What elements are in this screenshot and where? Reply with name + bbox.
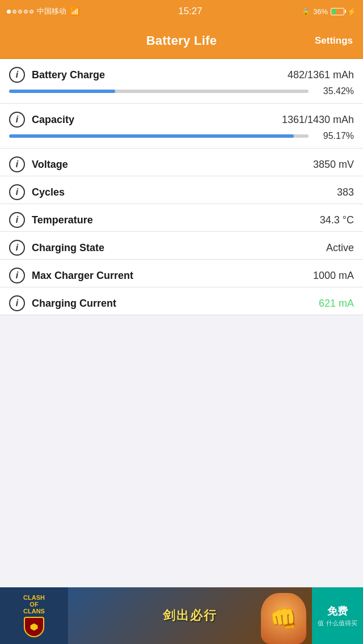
progress-track-capacity <box>9 134 309 138</box>
status-right: 🔒 36% ⚡ <box>301 7 356 16</box>
ad-logo: CLASHOFCLANS <box>0 587 68 644</box>
progress-pct-label-capacity: 95.17% <box>314 131 354 141</box>
page-title: Battery Life <box>146 33 217 48</box>
ad-center: 剑出必行 👊 <box>68 587 312 644</box>
clash-logo-text: CLASHOFCLANS <box>23 594 45 615</box>
info-icon-battery-charge[interactable]: i <box>9 67 25 83</box>
info-icon-max-charger-current[interactable]: i <box>9 268 25 283</box>
status-left: 中国移动 📶 <box>7 6 79 16</box>
info-row-charging-current[interactable]: iCharging Current621 mA <box>0 287 363 315</box>
info-icon-charging-current[interactable]: i <box>9 295 25 311</box>
clash-shield-icon <box>24 617 44 637</box>
info-row-cycles[interactable]: iCycles383 <box>0 176 363 204</box>
ad-banner[interactable]: CLASHOFCLANS 剑出必行 👊 免费 值 什么值得买 <box>0 587 363 644</box>
settings-button[interactable]: Settings <box>315 35 353 46</box>
row-label-battery-charge: Battery Charge <box>32 69 105 81</box>
ad-cta[interactable]: 免费 值 什么值得买 <box>312 587 363 644</box>
ad-slogan: 剑出必行 <box>163 607 217 624</box>
signal-dot-3 <box>18 10 22 14</box>
nav-bar: Battery Life Settings <box>0 23 363 59</box>
info-row-max-charger-current[interactable]: iMax Charger Current1000 mA <box>0 260 363 287</box>
lock-icon: 🔒 <box>301 7 310 16</box>
status-bar: 中国移动 📶 15:27 🔒 36% ⚡ <box>0 0 363 23</box>
progress-track-battery-charge <box>9 90 309 93</box>
row-label-capacity: Capacity <box>32 114 74 126</box>
row-label-cycles: Cycles <box>32 187 65 198</box>
info-row-charging-state[interactable]: iCharging StateActive <box>0 232 363 260</box>
row-value-temperature: 34.3 °C <box>320 214 354 226</box>
svg-marker-0 <box>30 623 38 631</box>
info-icon-charging-state[interactable]: i <box>9 240 25 256</box>
progress-fill-battery-charge <box>9 90 115 93</box>
row-value-cycles: 383 <box>337 187 354 198</box>
progress-pct-label-battery-charge: 35.42% <box>314 86 354 96</box>
carrier-label: 中国移动 <box>37 6 66 16</box>
info-icon-temperature[interactable]: i <box>9 212 25 228</box>
signal-dots <box>7 10 33 14</box>
info-icon-cycles[interactable]: i <box>9 184 25 200</box>
row-label-charging-current: Charging Current <box>32 298 116 310</box>
info-row-battery-charge[interactable]: iBattery Charge482/1361 mAh35.42% <box>0 59 363 104</box>
info-row-temperature[interactable]: iTemperature34.3 °C <box>0 204 363 232</box>
row-label-temperature: Temperature <box>32 214 93 226</box>
row-label-charging-state: Charging State <box>32 242 104 254</box>
info-icon-voltage[interactable]: i <box>9 156 25 172</box>
signal-dot-1 <box>7 10 11 14</box>
row-value-charging-current: 621 mA <box>319 298 354 310</box>
info-row-capacity[interactable]: iCapacity1361/1430 mAh95.17% <box>0 104 363 149</box>
battery-icon <box>331 8 344 15</box>
status-time: 15:27 <box>178 6 202 17</box>
content-area: iBattery Charge482/1361 mAh35.42%iCapaci… <box>0 59 363 315</box>
info-icon-capacity[interactable]: i <box>9 112 25 128</box>
signal-dot-2 <box>12 10 16 14</box>
ad-character-icon: 👊 <box>261 593 306 644</box>
row-label-voltage: Voltage <box>32 159 68 171</box>
progress-fill-capacity <box>9 134 294 138</box>
ad-free-label: 免费 <box>327 604 348 618</box>
row-value-capacity: 1361/1430 mAh <box>282 114 354 126</box>
wifi-icon: 📶 <box>70 7 79 16</box>
ad-sub-label: 值 什么值得买 <box>318 619 357 628</box>
charging-bolt: ⚡ <box>347 7 356 16</box>
info-row-voltage[interactable]: iVoltage3850 mV <box>0 149 363 176</box>
signal-dot-4 <box>24 10 28 14</box>
battery-pct-label: 36% <box>313 7 328 16</box>
row-value-voltage: 3850 mV <box>313 159 354 171</box>
row-value-max-charger-current: 1000 mA <box>313 270 354 282</box>
row-value-charging-state: Active <box>326 242 354 254</box>
signal-dot-5 <box>29 10 33 14</box>
row-value-battery-charge: 482/1361 mAh <box>288 69 354 81</box>
row-label-max-charger-current: Max Charger Current <box>32 270 133 282</box>
